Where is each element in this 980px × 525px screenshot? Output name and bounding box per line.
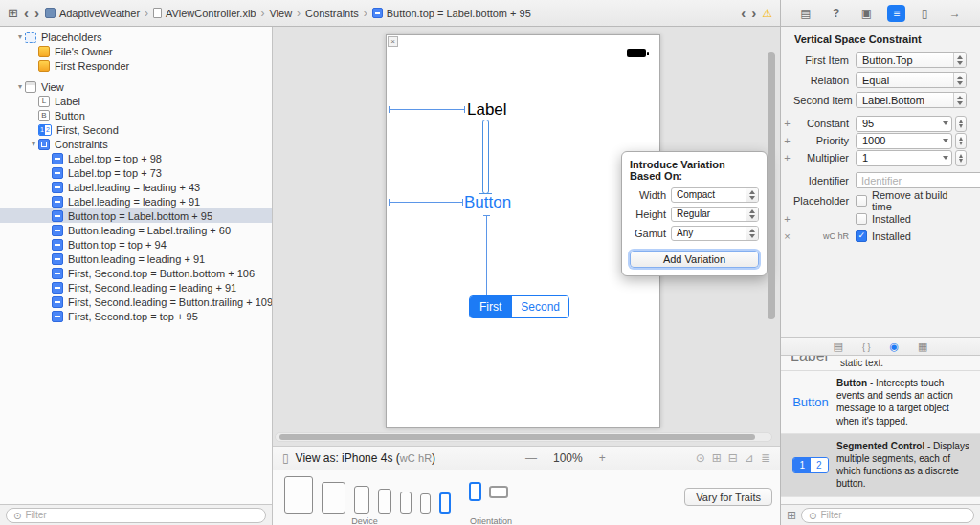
- segment-first[interactable]: First: [470, 296, 511, 317]
- constraint-row-selected[interactable]: Button.top = Label.bottom + 95: [0, 208, 272, 223]
- identifier-input[interactable]: [856, 172, 980, 188]
- constraint-row[interactable]: First, Second.leading = Button.trailing …: [0, 295, 272, 309]
- library-item-segmented-control[interactable]: 12 Segmented Control - Displays multiple…: [781, 434, 980, 497]
- connections-inspector-tab[interactable]: [944, 5, 967, 22]
- close-canvas-icon[interactable]: [388, 36, 398, 47]
- previous-issue-icon[interactable]: [741, 5, 746, 21]
- add-variation-icon[interactable]: +: [781, 118, 793, 129]
- selected-vertical-constraint[interactable]: [482, 120, 489, 194]
- grid-view-icon[interactable]: [787, 509, 796, 522]
- iphone-5-icon[interactable]: [420, 493, 431, 514]
- remove-variation-icon[interactable]: ×: [781, 230, 793, 242]
- button-leading-constraint-line[interactable]: [389, 202, 463, 203]
- dropdown-caret-icon[interactable]: [939, 155, 951, 161]
- installed-checkbox[interactable]: [856, 213, 867, 225]
- dropdown-caret-icon[interactable]: [939, 138, 951, 143]
- view-as-label[interactable]: View as: iPhone 4s (wC hR): [296, 451, 435, 465]
- zoom-in-button[interactable]: +: [599, 451, 606, 465]
- stepper-arrows-icon[interactable]: [746, 227, 758, 240]
- outline-item-files-owner[interactable]: File's Owner: [0, 44, 272, 58]
- constraint-row[interactable]: Button.top = top + 94: [0, 237, 272, 252]
- outline-group-placeholders[interactable]: ▾ Placeholders: [0, 30, 272, 44]
- label-leading-constraint-line[interactable]: [389, 109, 465, 110]
- remove-at-build-checkbox[interactable]: [856, 195, 867, 207]
- size-inspector-tab[interactable]: [916, 5, 934, 22]
- vary-for-traits-button[interactable]: Vary for Traits: [684, 488, 772, 506]
- iphone-plus-icon[interactable]: [354, 486, 369, 514]
- breadcrumb-view[interactable]: View: [269, 8, 292, 19]
- library-item-button[interactable]: Button Button - Intercepts touch events …: [781, 371, 980, 434]
- disclosure-triangle[interactable]: ▾: [15, 82, 25, 91]
- portrait-orientation-icon[interactable]: [469, 482, 481, 501]
- landscape-orientation-icon[interactable]: [489, 486, 508, 498]
- canvas-button[interactable]: Button: [464, 193, 511, 212]
- outline-filter-field[interactable]: [6, 508, 266, 523]
- library-item-text-field[interactable]: Text Text Field - Displays editable text…: [781, 497, 980, 505]
- stepper-arrows-icon[interactable]: [746, 188, 758, 202]
- scrollbar-thumb[interactable]: [279, 434, 755, 440]
- file-inspector-tab[interactable]: [794, 5, 816, 22]
- warning-icon[interactable]: [762, 6, 772, 20]
- outline-group-view[interactable]: ▾ View: [0, 79, 272, 94]
- add-variation-button[interactable]: Add Variation: [630, 251, 759, 268]
- add-installed-variation-icon[interactable]: +: [781, 213, 793, 225]
- quick-help-inspector-tab[interactable]: [827, 5, 845, 22]
- outline-item-first-responder[interactable]: First Responder: [0, 58, 272, 73]
- code-snippet-library-tab[interactable]: [862, 340, 871, 352]
- constraint-row[interactable]: Label.leading = leading + 43: [0, 180, 272, 194]
- multiplier-field[interactable]: 1: [856, 150, 952, 166]
- resolve-issues-icon[interactable]: [761, 451, 770, 465]
- breadcrumb-xib-file[interactable]: AViewController.xib: [153, 8, 256, 19]
- breadcrumb-constraint[interactable]: Button.top = Label.bottom + 95: [372, 8, 531, 19]
- first-item-dropdown[interactable]: Button.Top: [856, 52, 967, 68]
- canvas-label[interactable]: Label: [467, 100, 507, 120]
- constraint-row[interactable]: Label.top = top + 98: [0, 151, 272, 165]
- add-constraints-icon[interactable]: [745, 451, 754, 465]
- breadcrumb-project[interactable]: AdaptiveWeather: [45, 8, 140, 19]
- ipad-icon[interactable]: [322, 482, 345, 514]
- installed-variation-checkbox[interactable]: [856, 230, 867, 242]
- file-template-library-tab[interactable]: [834, 340, 843, 353]
- breadcrumb-constraints[interactable]: Constraints: [305, 8, 359, 19]
- attributes-inspector-tab[interactable]: [887, 5, 905, 22]
- constraint-row[interactable]: Label.leading = leading + 91: [0, 194, 272, 208]
- zoom-out-button[interactable]: —: [525, 451, 537, 465]
- second-item-dropdown[interactable]: Label.Bottom: [856, 92, 967, 108]
- iphone-icon[interactable]: [378, 489, 391, 514]
- constraint-row[interactable]: Button.leading = leading + 91: [0, 252, 272, 266]
- back-chevron-icon[interactable]: [24, 5, 29, 21]
- canvas-segmented-control[interactable]: First Second: [469, 295, 569, 318]
- constraint-row[interactable]: Label.top = top + 73: [0, 165, 272, 180]
- constant-stepper[interactable]: [955, 116, 967, 132]
- horizontal-scrollbar[interactable]: [275, 432, 772, 442]
- embed-in-stack-icon[interactable]: [712, 451, 722, 465]
- forward-chevron-icon[interactable]: [34, 5, 39, 21]
- button-segmented-constraint-line[interactable]: [486, 215, 487, 295]
- ipad-pro-icon[interactable]: [284, 476, 313, 514]
- constraint-row[interactable]: First, Second.top = Button.bottom + 106: [0, 266, 272, 280]
- width-select[interactable]: Compact: [671, 187, 759, 203]
- add-variation-icon[interactable]: +: [781, 152, 793, 164]
- outline-item-label[interactable]: Label: [0, 94, 272, 108]
- height-select[interactable]: Regular: [671, 207, 759, 222]
- zoom-level[interactable]: 100%: [553, 451, 583, 465]
- constant-field[interactable]: 95: [856, 116, 952, 132]
- segment-second[interactable]: Second: [511, 296, 568, 317]
- library-filter-field[interactable]: [801, 508, 974, 523]
- outline-group-constraints[interactable]: ▾ Constraints: [0, 137, 272, 151]
- dropdown-caret-icon[interactable]: [939, 120, 951, 126]
- iphone-se-icon[interactable]: [400, 492, 412, 514]
- constraint-row[interactable]: Button.leading = Label.trailing + 60: [0, 223, 272, 237]
- outline-filter-input[interactable]: [25, 510, 258, 520]
- object-library-tab[interactable]: [889, 340, 899, 353]
- library-item-label-partial[interactable]: Label static text.: [781, 356, 980, 371]
- update-frames-icon[interactable]: [696, 451, 705, 465]
- outline-item-button[interactable]: Button: [0, 108, 272, 122]
- multiplier-stepper[interactable]: [955, 150, 967, 166]
- disclosure-triangle[interactable]: ▾: [29, 140, 38, 148]
- add-variation-icon[interactable]: +: [781, 135, 793, 146]
- constraint-row[interactable]: First, Second.top = top + 95: [0, 309, 272, 323]
- gamut-select[interactable]: Any: [671, 226, 759, 241]
- iphone-4s-icon-selected[interactable]: [439, 492, 451, 514]
- next-issue-icon[interactable]: [751, 5, 756, 21]
